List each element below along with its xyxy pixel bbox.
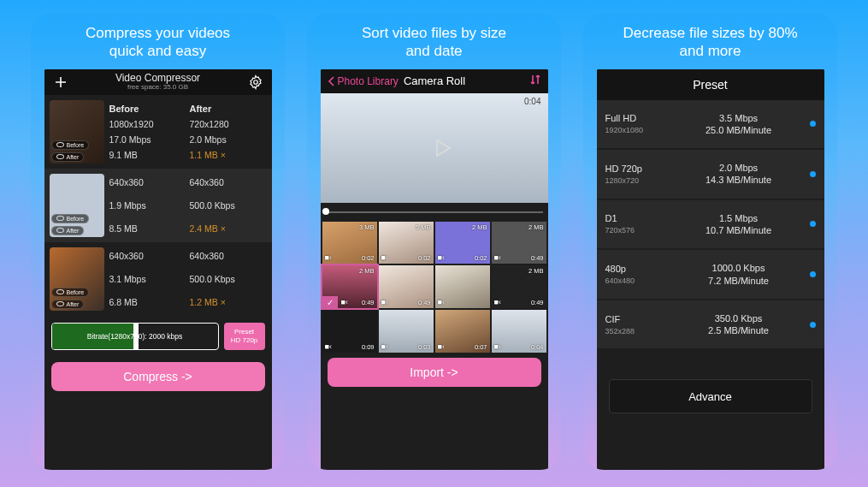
grid-cell-selected[interactable]: 2 MB✓■‹0:49 xyxy=(322,265,377,308)
preset-dim: 1280x720 xyxy=(605,176,676,185)
grid-cell[interactable]: 3 MB■‹0:02 xyxy=(322,222,377,264)
import-button[interactable]: Import -> xyxy=(328,358,541,387)
check-icon: ✓ xyxy=(322,296,338,308)
radio-indicator[interactable] xyxy=(810,271,816,277)
camera-icon: ■‹ xyxy=(494,342,501,351)
back-button[interactable]: Photo Library xyxy=(328,75,399,87)
grid-cell[interactable]: 2 MB■‹0:02 xyxy=(435,222,490,264)
preset-name: CIF xyxy=(605,314,676,324)
stat-value-after-size: 1.2 MB × xyxy=(190,297,267,307)
play-icon[interactable] xyxy=(429,135,455,161)
before-badge[interactable]: Before xyxy=(51,140,90,150)
stat-value-after-size: 1.1 MB × xyxy=(190,150,267,160)
camera-icon: ■‹ xyxy=(325,342,332,351)
stat-value: 1080x1920 xyxy=(109,119,186,129)
preset-name: 480p xyxy=(605,264,676,274)
phone-screen-3: Preset Full HD1920x1080 3.5 Mbps25.0 MB/… xyxy=(597,69,824,471)
stat-value: 9.1 MB xyxy=(109,150,186,160)
phone-screen-2: Photo Library Camera Roll 0:04 3 MB■‹0:0… xyxy=(321,69,548,471)
grid-cell[interactable]: ■‹ xyxy=(435,265,490,308)
after-badge[interactable]: After xyxy=(51,226,85,235)
preview-duration: 0:04 xyxy=(524,97,540,106)
stat-value: 500.0 Kbps xyxy=(190,274,267,284)
preset-dim: 352x288 xyxy=(605,327,676,336)
camera-icon: ■‹ xyxy=(494,298,501,306)
video-thumbnail[interactable]: Before After xyxy=(50,100,104,163)
sort-button[interactable] xyxy=(529,74,541,88)
camera-icon: ■‹ xyxy=(438,298,445,306)
video-thumbnail[interactable]: Before After xyxy=(50,174,104,237)
grid-cell[interactable]: ■‹0:09 xyxy=(322,310,377,353)
camera-icon: ■‹ xyxy=(438,342,445,351)
preset-values: 1.5 Mbps10.7 MB/Minute xyxy=(677,212,800,237)
camera-icon: ■‹ xyxy=(341,298,348,306)
preset-name: Full HD xyxy=(605,113,676,123)
preset-name: D1 xyxy=(605,213,676,223)
svg-point-0 xyxy=(253,80,257,84)
preset-row[interactable]: HD 720p1280x720 2.0 Mbps14.3 MB/Minute xyxy=(597,150,824,200)
stat-value: 640x360 xyxy=(190,251,267,261)
preset-values: 3.5 Mbps25.0 MB/Minute xyxy=(677,112,800,137)
preset-row[interactable]: Full HD1920x1080 3.5 Mbps25.0 MB/Minute xyxy=(597,100,824,151)
app-title: Video Compressor xyxy=(70,73,246,84)
compress-button[interactable]: Compress -> xyxy=(51,362,265,391)
after-badge[interactable]: After xyxy=(51,300,85,309)
after-badge[interactable]: After xyxy=(51,152,85,162)
stat-value: 17.0 Mbps xyxy=(109,134,186,145)
grid-cell[interactable]: ■‹0:03 xyxy=(379,310,434,353)
app-header: Video Compressor free space: 35.0 GB xyxy=(44,69,272,95)
stat-value-after-size: 2.4 MB × xyxy=(190,223,267,234)
preset-values: 1000.0 Kbps7.2 MB/Minute xyxy=(677,262,800,287)
showcase-card-3: Decrease file sizes by 80% and more Pres… xyxy=(583,14,837,470)
video-row[interactable]: Before After 640x360 640x360 3.1 Mbps 50… xyxy=(44,242,272,316)
grid-cell[interactable]: ■‹0:04 xyxy=(492,310,546,353)
preset-button[interactable]: Preset HD 720p xyxy=(224,323,265,350)
preset-dim: 720x576 xyxy=(605,226,676,235)
video-stats: 640x360 640x360 3.1 Mbps 500.0 Kbps 6.8 … xyxy=(109,247,267,311)
radio-indicator[interactable] xyxy=(810,121,816,127)
settings-button[interactable] xyxy=(246,73,265,92)
preset-row[interactable]: D1720x576 1.5 Mbps10.7 MB/Minute xyxy=(597,200,824,251)
camera-icon: ■‹ xyxy=(494,253,501,262)
video-grid: 3 MB■‹0:02 5 MB■‹0:02 2 MB■‹0:02 2 MB■‹0… xyxy=(321,220,548,355)
preset-row[interactable]: 480p640x480 1000.0 Kbps7.2 MB/Minute xyxy=(597,250,824,300)
caption-3: Decrease file sizes by 80% and more xyxy=(605,14,814,69)
camera-icon: ■‹ xyxy=(381,298,388,306)
camera-icon: ■‹ xyxy=(381,253,388,262)
scrub-bar[interactable] xyxy=(321,203,548,220)
video-preview[interactable]: 0:04 xyxy=(321,93,548,203)
preset-dim: 640x480 xyxy=(605,276,676,285)
stat-value: 2.0 Mbps xyxy=(190,134,267,145)
stat-value: 500.0 Kbps xyxy=(190,200,267,211)
grid-cell[interactable]: 5 MB■‹0:02 xyxy=(379,222,434,264)
camera-icon: ■‹ xyxy=(325,253,332,262)
camera-icon: ■‹ xyxy=(438,253,445,262)
video-row[interactable]: Before After Before After 1080x1920 720x… xyxy=(44,95,272,169)
stat-value: 3.1 Mbps xyxy=(109,274,186,284)
preset-row[interactable]: CIF352x288 350.0 Kbps2.5 MB/Minute xyxy=(597,300,824,351)
radio-indicator[interactable] xyxy=(810,322,816,328)
preset-header: Preset xyxy=(597,69,824,100)
preset-values: 350.0 Kbps2.5 MB/Minute xyxy=(677,312,800,337)
col-header-before: Before xyxy=(109,104,186,114)
grid-cell[interactable]: 2 MB■‹0:49 xyxy=(492,265,546,308)
svg-marker-1 xyxy=(437,140,450,156)
advance-button[interactable]: Advance xyxy=(609,379,812,413)
grid-cell[interactable]: ■‹0:49 xyxy=(379,265,434,308)
radio-indicator[interactable] xyxy=(810,221,816,227)
phone-screen-1: Video Compressor free space: 35.0 GB Bef… xyxy=(44,69,272,471)
before-badge[interactable]: Before xyxy=(51,288,90,297)
grid-cell[interactable]: 2 MB■‹0:49 xyxy=(492,222,546,264)
caption-1: Compress your videos quick and easy xyxy=(68,14,247,69)
video-thumbnail[interactable]: Before After xyxy=(50,247,104,311)
library-title: Camera Roll xyxy=(404,74,465,87)
caption-2: Sort video files by size and date xyxy=(345,14,523,69)
grid-cell[interactable]: ■‹0:07 xyxy=(435,310,490,353)
radio-indicator[interactable] xyxy=(810,171,816,177)
camera-icon: ■‹ xyxy=(381,342,388,351)
bitrate-controls: Bitrate(1280x720): 2000 kbps Preset HD 7… xyxy=(44,316,272,357)
add-button[interactable] xyxy=(51,73,70,92)
before-badge[interactable]: Before xyxy=(51,214,90,223)
video-row[interactable]: Before After 640x360 640x360 1.9 Mbps 50… xyxy=(44,169,272,242)
bitrate-slider[interactable]: Bitrate(1280x720): 2000 kbps xyxy=(51,323,219,350)
